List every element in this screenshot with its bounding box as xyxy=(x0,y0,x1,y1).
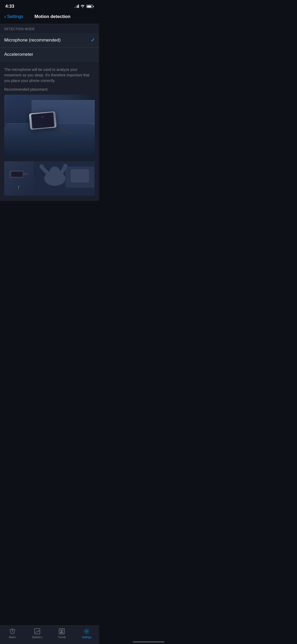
status-bar: 4:33 xyxy=(0,0,99,12)
wifi-icon xyxy=(81,5,85,8)
main-content: DETECTION MODE Microphone (recommended) … xyxy=(0,24,99,227)
instruction-images-row: ↑ xyxy=(4,161,95,196)
arrow-up-icon: ↑ xyxy=(17,184,20,190)
svg-point-6 xyxy=(63,164,68,168)
battery-icon xyxy=(86,5,94,8)
phone-placement-icon-image: ↑ xyxy=(4,161,33,196)
person-sleeping-image xyxy=(33,161,95,196)
section-header-detection-mode: DETECTION MODE xyxy=(0,24,99,33)
description-section: The microphone will be used to analyze y… xyxy=(0,62,99,201)
recommended-label: Recommended placement: xyxy=(4,87,95,91)
nav-bar: ‹ Settings Motion detection xyxy=(0,12,99,24)
checkmark-icon: ✓ xyxy=(91,37,95,43)
option-accelerometer-label: Accelerometer xyxy=(4,52,33,57)
description-text: The microphone will be used to analyze y… xyxy=(4,67,95,84)
back-chevron-icon: ‹ xyxy=(4,13,6,20)
person-silhouette xyxy=(33,161,95,196)
option-microphone-label: Microphone (recommended) xyxy=(4,38,61,43)
option-microphone[interactable]: Microphone (recommended) ✓ xyxy=(0,33,99,48)
svg-rect-2 xyxy=(71,169,89,182)
detection-mode-options: Microphone (recommended) ✓ Accelerometer xyxy=(0,33,99,61)
status-icons xyxy=(74,5,94,8)
status-time: 4:33 xyxy=(5,4,14,9)
svg-point-5 xyxy=(40,164,44,169)
option-accelerometer[interactable]: Accelerometer xyxy=(0,48,99,61)
bed-placement-image xyxy=(4,95,95,158)
page-title: Motion detection xyxy=(10,14,95,19)
svg-point-4 xyxy=(50,167,60,177)
signal-icon xyxy=(74,5,79,8)
